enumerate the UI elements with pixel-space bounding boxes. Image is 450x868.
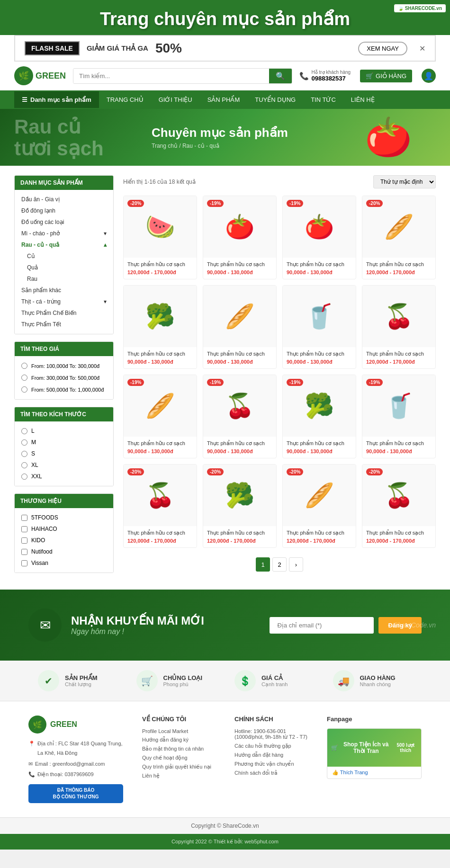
brand-filter-2[interactable]: KIDO <box>15 535 113 546</box>
flash-sale-close-icon[interactable]: ✕ <box>419 44 425 53</box>
sidebar: DANH MỤC SẢN PHẨM Dầu ăn - Gia vị Đồ đôn… <box>14 175 114 580</box>
nav-link-products[interactable]: SẢN PHẨM <box>200 90 248 109</box>
nav-link-home[interactable]: TRANG CHỦ <box>99 90 151 109</box>
product-info: Thực phẩm hữu cơ sạch 90,000đ - 130,000đ <box>203 437 276 458</box>
product-name: Thực phẩm hữu cơ sạch <box>366 440 432 447</box>
sidebar-cat-1[interactable]: Đồ đông lạnh <box>15 205 113 216</box>
price-filter-1[interactable]: From: 300,000đ To: 500,000đ <box>15 372 113 384</box>
product-card-6[interactable]: 🥤 Thực phẩm hữu cơ sạch 90,000đ - 130,00… <box>282 285 356 369</box>
phone-number: 0988382537 <box>311 75 351 82</box>
price-filter-2[interactable]: From: 500,000đ To: 1,000,000đ <box>15 384 113 395</box>
product-info: Thực phẩm hữu cơ sạch 120,000đ - 170,000… <box>362 258 435 279</box>
brand-filter-4[interactable]: Vissan <box>15 557 113 569</box>
feature-item-3: 🚚 GIAO HÀNG Nhanh chóng <box>324 670 422 691</box>
product-card-8[interactable]: -19% 🥖 Thực phẩm hữu cơ sạch 90,000đ - 1… <box>123 375 197 458</box>
footer-policy-4[interactable]: Chính sách đổi trả <box>234 770 308 776</box>
product-card-5[interactable]: 🥖 Thực phẩm hữu cơ sạch 90,000đ - 130,00… <box>203 285 277 369</box>
product-card-7[interactable]: 🍒 Thực phẩm hữu cơ sạch 120,000đ - 170,0… <box>362 285 436 369</box>
header-right: 📞 Hỗ trợ khách hàng 0988382537 🛒 GIỎ HÀN… <box>299 69 436 83</box>
page-btn-2[interactable]: 2 <box>272 557 287 572</box>
sidebar-cat-9[interactable]: Thịt - cá - trứng▾ <box>15 296 113 307</box>
sidebar-cat-5[interactable]: Củ <box>15 251 113 262</box>
newsletter-text: NHẬN KHUYẾN MÃI MỚI Ngay hôm nay ! <box>71 614 204 636</box>
product-price: 90,000đ - 130,000đ <box>127 359 193 365</box>
product-img-wrap: -20% 🍒 <box>362 465 435 526</box>
feature-icon-3: 🚚 <box>333 670 354 691</box>
result-count: Hiển thị 1-16 của 18 kết quả <box>123 179 196 185</box>
site-logo[interactable]: 🌿 GREEN <box>14 66 66 85</box>
sidebar-cat-8[interactable]: Sản phẩm khác <box>15 285 113 296</box>
footer-policy-2[interactable]: Hướng dẫn đặt hàng <box>234 752 308 758</box>
price-filter-0[interactable]: From: 100,000đ To: 300,000đ <box>15 360 113 372</box>
footer-policy-0[interactable]: Hotline: 1900-636-001 (1000đ/phút, 9h-18… <box>234 728 308 740</box>
footer-fanpage-title: Fanpage <box>327 716 422 723</box>
footer-logo-text: GREEN <box>50 720 77 729</box>
footer-about-1[interactable]: Hướng dẫn đăng ký <box>142 737 216 743</box>
sidebar-cat-7[interactable]: Rau <box>15 273 113 285</box>
newsletter-email-input[interactable] <box>270 617 374 634</box>
nav-link-jobs[interactable]: TUYỂN DỤNG <box>247 90 303 109</box>
page-btn-next[interactable]: › <box>289 557 303 572</box>
footer-about-0[interactable]: Profile Local Market <box>142 728 216 734</box>
search-button[interactable]: 🔍 <box>269 69 292 83</box>
page-btn-1[interactable]: 1 <box>256 557 270 572</box>
email-icon: ✉ <box>28 760 33 769</box>
footer-about-4[interactable]: Quy trình giải quyết khiếu nại <box>142 764 216 770</box>
footer-policy-3[interactable]: Phương thức vận chuyển <box>234 761 308 767</box>
search-input[interactable] <box>73 69 269 83</box>
product-card-9[interactable]: -19% 🍒 Thực phẩm hữu cơ sạch 90,000đ - 1… <box>203 375 277 458</box>
product-card-0[interactable]: -20% 🍉 Thực phẩm hữu cơ sạch 120,000đ - … <box>123 196 197 279</box>
sidebar-cat-4[interactable]: Rau - củ - quả▴ <box>15 239 113 251</box>
size-filter-M[interactable]: M <box>15 437 113 448</box>
product-card-2[interactable]: -19% 🍅 Thực phẩm hữu cơ sạch 90,000đ - 1… <box>282 196 356 279</box>
sort-select[interactable]: Thứ tự mặc định <box>373 175 436 188</box>
size-filter-XXL[interactable]: XXL <box>15 471 113 482</box>
hero-banner: Rau củtươi sạch Chuyên mục sản phẩm Tran… <box>0 109 450 166</box>
size-filter-L[interactable]: L <box>15 425 113 437</box>
product-img: 🍒 <box>362 286 435 347</box>
product-card-3[interactable]: -20% 🥖 Thực phẩm hữu cơ sạch 120,000đ - … <box>362 196 436 279</box>
footer-about-3[interactable]: Quy chế hoạt động <box>142 755 216 761</box>
product-badge: -19% <box>287 200 303 207</box>
product-card-14[interactable]: -20% 🥖 Thực phẩm hữu cơ sạch 120,000đ - … <box>282 464 356 548</box>
products-grid: -20% 🍉 Thực phẩm hữu cơ sạch 120,000đ - … <box>123 196 436 548</box>
product-card-10[interactable]: -19% 🥦 Thực phẩm hữu cơ sạch 90,000đ - 1… <box>282 375 356 458</box>
sidebar-cat-0[interactable]: Dầu ăn - Gia vị <box>15 194 113 205</box>
nav-link-about[interactable]: GIỚI THIỆU <box>151 90 200 109</box>
feature-item-2: 💲 GIÁ CẢ Cạnh tranh <box>225 670 324 691</box>
footer-about-5[interactable]: Liên hệ <box>142 773 216 779</box>
nav-link-contact[interactable]: LIÊN HỆ <box>343 90 382 109</box>
nav-link-news[interactable]: TIN TỨC <box>303 90 343 109</box>
fanpage-like-btn[interactable]: 👍 Thích Trang <box>327 767 421 779</box>
nav-category-button[interactable]: ☰ Danh mục sản phẩm <box>14 91 99 108</box>
flash-sale-bar: FLASH SALE GIẢM GIÁ THẢ GA 50% XEM NGAY … <box>14 35 436 62</box>
product-card-1[interactable]: -19% 🍅 Thực phẩm hữu cơ sạch 90,000đ - 1… <box>203 196 277 279</box>
product-card-15[interactable]: -20% 🍒 Thực phẩm hữu cơ sạch 120,000đ - … <box>362 464 436 548</box>
footer-about-2[interactable]: Bảo mật thông tin cá nhân <box>142 746 216 752</box>
product-card-12[interactable]: -20% 🍒 Thực phẩm hữu cơ sạch 120,000đ - … <box>123 464 197 548</box>
sidebar-cat-10[interactable]: Thực Phẩm Chế Biến <box>15 307 113 319</box>
user-icon[interactable]: 👤 <box>422 69 436 83</box>
sidebar-cat-6[interactable]: Quả <box>15 262 113 273</box>
sidebar-cat-2[interactable]: Đồ uống các loại <box>15 216 113 228</box>
product-badge: -20% <box>287 468 303 475</box>
sidebar-cat-11[interactable]: Thực Phẩm Tết <box>15 319 113 330</box>
flash-sale-btn[interactable]: XEM NGAY <box>358 42 407 55</box>
brand-filter-1[interactable]: HAIHACO <box>15 523 113 535</box>
product-name: Thực phẩm hữu cơ sạch <box>287 261 352 268</box>
product-price: 120,000đ - 170,000đ <box>366 538 432 544</box>
footer-policy-1[interactable]: Các câu hỏi thường gặp <box>234 743 308 749</box>
size-filter-XL[interactable]: XL <box>15 459 113 471</box>
brand-filter-0[interactable]: 5TFOODS <box>15 512 113 523</box>
product-name: Thực phẩm hữu cơ sạch <box>127 440 193 447</box>
cart-button[interactable]: 🛒 GIỎ HÀNG <box>360 70 412 82</box>
product-card-11[interactable]: -19% 🥤 Thực phẩm hữu cơ sạch 90,000đ - 1… <box>362 375 436 458</box>
nav-links: TRANG CHỦ GIỚI THIỆU SẢN PHẨM TUYỂN DỤNG… <box>99 90 382 109</box>
size-filter-S[interactable]: S <box>15 448 113 459</box>
product-card-13[interactable]: -20% 🥦 Thực phẩm hữu cơ sạch 120,000đ - … <box>203 464 277 548</box>
sidebar-cat-3[interactable]: Mì - cháo - phở▾ <box>15 228 113 239</box>
brand-filter-3[interactable]: Nutifood <box>15 546 113 557</box>
product-card-4[interactable]: 🥦 Thực phẩm hữu cơ sạch 90,000đ - 130,00… <box>123 285 197 369</box>
product-info: Thực phẩm hữu cơ sạch 120,000đ - 170,000… <box>203 526 276 547</box>
feature-icon-2: 💲 <box>234 670 256 691</box>
